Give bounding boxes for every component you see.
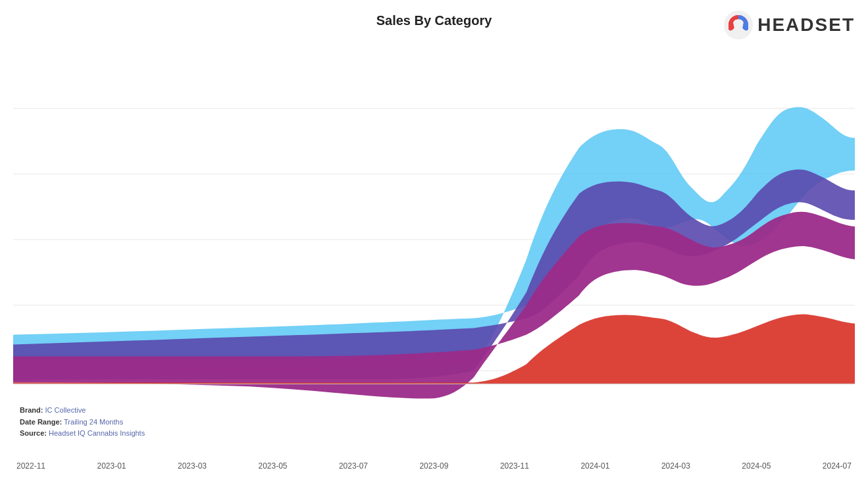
brand-line: Brand: IC Collective (20, 405, 145, 417)
brand-value: IC Collective (45, 406, 86, 414)
x-label-2: 2023-03 (178, 461, 207, 471)
x-label-4: 2023-07 (339, 461, 368, 471)
date-line: Date Range: Trailing 24 Months (20, 417, 145, 428)
x-label-8: 2024-03 (661, 461, 690, 471)
source-label: Source: (20, 429, 47, 437)
date-label: Date Range: (20, 418, 62, 426)
logo: HEADSET (723, 10, 855, 40)
logo-text: HEADSET (757, 14, 855, 36)
x-label-6: 2023-11 (500, 461, 529, 471)
headset-logo-icon (723, 10, 753, 40)
source-value: Headset IQ Cannabis Insights (49, 429, 145, 437)
brand-label: Brand: (20, 406, 43, 414)
x-label-0: 2022-11 (16, 461, 45, 471)
x-label-7: 2024-01 (580, 461, 609, 471)
x-label-10: 2024-07 (823, 461, 852, 471)
chart-container: Sales By Category HEADSET Concentrates F… (0, 0, 868, 489)
x-axis: 2022-11 2023-01 2023-03 2023-05 2023-07 … (16, 461, 852, 471)
chart-svg (13, 43, 855, 436)
source-line: Source: Headset IQ Cannabis Insights (20, 428, 145, 440)
watermark: Brand: IC Collective Date Range: Trailin… (20, 405, 145, 440)
x-label-9: 2024-05 (742, 461, 771, 471)
x-label-5: 2023-09 (419, 461, 448, 471)
date-value: Trailing 24 Months (64, 418, 123, 426)
svg-point-0 (724, 11, 753, 39)
x-label-1: 2023-01 (97, 461, 126, 471)
x-label-3: 2023-05 (258, 461, 287, 471)
